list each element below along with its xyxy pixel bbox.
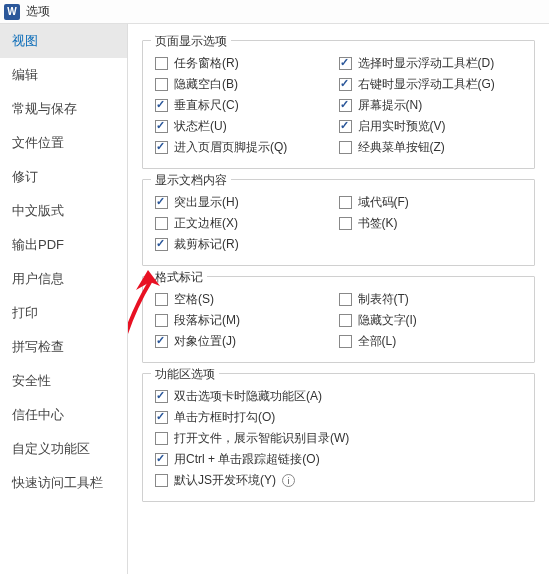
ribbon-0[interactable]: 双击选项卡时隐藏功能区(A) [155, 388, 522, 405]
formatmarks-left-2[interactable]: 对象位置(J) [155, 333, 339, 350]
display-left-3[interactable]: 状态栏(U) [155, 118, 339, 135]
sidebar-item-13[interactable]: 快速访问工具栏 [0, 466, 127, 500]
sidebar-item-3[interactable]: 文件位置 [0, 126, 127, 160]
formatmarks-right-0-checkbox[interactable] [339, 293, 352, 306]
doccontent-left-2-checkbox[interactable] [155, 238, 168, 251]
formatmarks-right-1-checkbox[interactable] [339, 314, 352, 327]
display-right-3-label: 启用实时预览(V) [358, 118, 446, 135]
doccontent-right-0[interactable]: 域代码(F) [339, 194, 523, 211]
display-left-1-label: 隐藏空白(B) [174, 76, 238, 93]
display-left-4-checkbox[interactable] [155, 141, 168, 154]
group-page-display: 页面显示选项 任务窗格(R)隐藏空白(B)垂直标尺(C)状态栏(U)进入页眉页脚… [142, 40, 535, 169]
display-left-2-checkbox[interactable] [155, 99, 168, 112]
sidebar-item-8[interactable]: 打印 [0, 296, 127, 330]
sidebar-item-6[interactable]: 输出PDF [0, 228, 127, 262]
formatmarks-right-2-label: 全部(L) [358, 333, 397, 350]
doccontent-left-1-checkbox[interactable] [155, 217, 168, 230]
doccontent-right-0-label: 域代码(F) [358, 194, 409, 211]
display-right-4-label: 经典菜单按钮(Z) [358, 139, 445, 156]
formatmarks-left-2-checkbox[interactable] [155, 335, 168, 348]
sidebar-item-5[interactable]: 中文版式 [0, 194, 127, 228]
display-right-1-checkbox[interactable] [339, 78, 352, 91]
display-left-0-checkbox[interactable] [155, 57, 168, 70]
display-right-0-label: 选择时显示浮动工具栏(D) [358, 55, 495, 72]
ribbon-2[interactable]: 打开文件，展示智能识别目录(W) [155, 430, 522, 447]
sidebar-item-10[interactable]: 安全性 [0, 364, 127, 398]
doccontent-right-0-checkbox[interactable] [339, 196, 352, 209]
ribbon-4-checkbox[interactable] [155, 474, 168, 487]
doccontent-left-1[interactable]: 正文边框(X) [155, 215, 339, 232]
ribbon-1-label: 单击方框时打勾(O) [174, 409, 275, 426]
formatmarks-left-0-label: 空格(S) [174, 291, 214, 308]
display-left-1[interactable]: 隐藏空白(B) [155, 76, 339, 93]
sidebar-item-9[interactable]: 拼写检查 [0, 330, 127, 364]
ribbon-3[interactable]: 用Ctrl + 单击跟踪超链接(O) [155, 451, 522, 468]
formatmarks-left-1[interactable]: 段落标记(M) [155, 312, 339, 329]
group-title: 功能区选项 [151, 366, 219, 383]
ribbon-0-checkbox[interactable] [155, 390, 168, 403]
display-right-2-label: 屏幕提示(N) [358, 97, 423, 114]
ribbon-3-checkbox[interactable] [155, 453, 168, 466]
doccontent-left-2[interactable]: 裁剪标记(R) [155, 236, 339, 253]
sidebar-item-2[interactable]: 常规与保存 [0, 92, 127, 126]
display-right-3[interactable]: 启用实时预览(V) [339, 118, 523, 135]
formatmarks-left-1-label: 段落标记(M) [174, 312, 240, 329]
display-left-4-label: 进入页眉页脚提示(Q) [174, 139, 287, 156]
main-area: 视图编辑常规与保存文件位置修订中文版式输出PDF用户信息打印拼写检查安全性信任中… [0, 24, 549, 574]
sidebar-item-7[interactable]: 用户信息 [0, 262, 127, 296]
doccontent-left-0-label: 突出显示(H) [174, 194, 239, 211]
sidebar: 视图编辑常规与保存文件位置修订中文版式输出PDF用户信息打印拼写检查安全性信任中… [0, 24, 128, 574]
doccontent-left-0[interactable]: 突出显示(H) [155, 194, 339, 211]
doccontent-left-2-label: 裁剪标记(R) [174, 236, 239, 253]
doccontent-left-0-checkbox[interactable] [155, 196, 168, 209]
display-right-4[interactable]: 经典菜单按钮(Z) [339, 139, 523, 156]
display-left-0[interactable]: 任务窗格(R) [155, 55, 339, 72]
titlebar: W 选项 [0, 0, 549, 24]
ribbon-2-checkbox[interactable] [155, 432, 168, 445]
doccontent-right-1-label: 书签(K) [358, 215, 398, 232]
display-right-4-checkbox[interactable] [339, 141, 352, 154]
group-format-marks: 格式标记 空格(S)段落标记(M)对象位置(J) 制表符(T)隐藏文字(I)全部… [142, 276, 535, 363]
formatmarks-right-2-checkbox[interactable] [339, 335, 352, 348]
formatmarks-left-1-checkbox[interactable] [155, 314, 168, 327]
doccontent-right-1[interactable]: 书签(K) [339, 215, 523, 232]
sidebar-item-0[interactable]: 视图 [0, 24, 127, 58]
display-left-1-checkbox[interactable] [155, 78, 168, 91]
sidebar-item-4[interactable]: 修订 [0, 160, 127, 194]
formatmarks-right-0-label: 制表符(T) [358, 291, 409, 308]
group-title: 页面显示选项 [151, 33, 231, 50]
display-right-1-label: 右键时显示浮动工具栏(G) [358, 76, 495, 93]
group-doc-content: 显示文档内容 突出显示(H)正文边框(X)裁剪标记(R) 域代码(F)书签(K) [142, 179, 535, 266]
ribbon-1-checkbox[interactable] [155, 411, 168, 424]
formatmarks-left-0-checkbox[interactable] [155, 293, 168, 306]
display-left-3-label: 状态栏(U) [174, 118, 227, 135]
sidebar-item-12[interactable]: 自定义功能区 [0, 432, 127, 466]
display-right-0[interactable]: 选择时显示浮动工具栏(D) [339, 55, 523, 72]
ribbon-2-label: 打开文件，展示智能识别目录(W) [174, 430, 349, 447]
display-left-0-label: 任务窗格(R) [174, 55, 239, 72]
sidebar-item-11[interactable]: 信任中心 [0, 398, 127, 432]
display-left-3-checkbox[interactable] [155, 120, 168, 133]
display-right-3-checkbox[interactable] [339, 120, 352, 133]
formatmarks-right-2[interactable]: 全部(L) [339, 333, 523, 350]
ribbon-0-label: 双击选项卡时隐藏功能区(A) [174, 388, 322, 405]
ribbon-3-label: 用Ctrl + 单击跟踪超链接(O) [174, 451, 320, 468]
display-right-1[interactable]: 右键时显示浮动工具栏(G) [339, 76, 523, 93]
ribbon-4[interactable]: 默认JS开发环境(Y)i [155, 472, 522, 489]
ribbon-1[interactable]: 单击方框时打勾(O) [155, 409, 522, 426]
doccontent-right-1-checkbox[interactable] [339, 217, 352, 230]
display-right-0-checkbox[interactable] [339, 57, 352, 70]
formatmarks-right-0[interactable]: 制表符(T) [339, 291, 523, 308]
formatmarks-left-0[interactable]: 空格(S) [155, 291, 339, 308]
group-ribbon-options: 功能区选项 双击选项卡时隐藏功能区(A)单击方框时打勾(O)打开文件，展示智能识… [142, 373, 535, 502]
formatmarks-right-1-label: 隐藏文字(I) [358, 312, 417, 329]
group-title: 显示文档内容 [151, 172, 231, 189]
app-logo-icon: W [4, 4, 20, 20]
formatmarks-right-1[interactable]: 隐藏文字(I) [339, 312, 523, 329]
display-left-4[interactable]: 进入页眉页脚提示(Q) [155, 139, 339, 156]
display-right-2[interactable]: 屏幕提示(N) [339, 97, 523, 114]
display-left-2[interactable]: 垂直标尺(C) [155, 97, 339, 114]
info-icon[interactable]: i [282, 474, 295, 487]
display-right-2-checkbox[interactable] [339, 99, 352, 112]
sidebar-item-1[interactable]: 编辑 [0, 58, 127, 92]
